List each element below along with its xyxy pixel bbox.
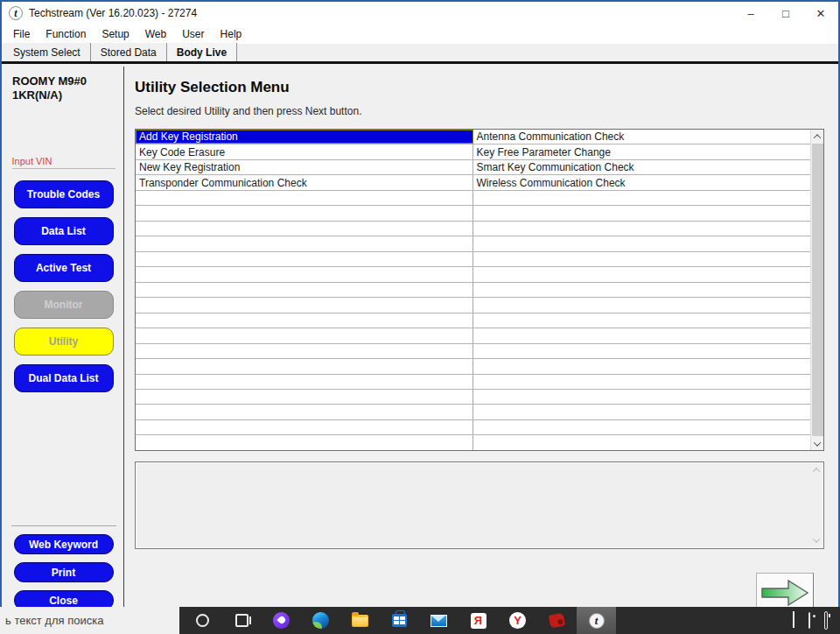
window-title: Techstream (Ver 16.20.023) - 27274	[29, 7, 197, 19]
utility-empty-cell	[473, 390, 811, 404]
maximize-button[interactable]: □	[768, 2, 803, 25]
tray-hardware[interactable]	[808, 613, 810, 629]
utility-scrollbar[interactable]	[810, 130, 823, 450]
utility-empty-cell	[473, 283, 811, 297]
menu-setup[interactable]: Setup	[94, 25, 136, 44]
utility-row	[136, 252, 810, 267]
utility-item-new-key-registration[interactable]: New Key Registration	[136, 160, 473, 174]
taskbar-icon-techstream[interactable]: t	[577, 607, 616, 634]
utility-empty-cell	[136, 206, 473, 220]
techstream-window: t Techstream (Ver 16.20.023) - 27274 – □…	[0, 0, 840, 634]
utility-item-smart-key-communication-check[interactable]: Smart Key Communication Check	[473, 160, 811, 174]
taskbar-icon-edge[interactable]	[301, 607, 340, 634]
utility-empty-cell	[136, 328, 473, 342]
utility-row	[136, 390, 810, 405]
close-window-button[interactable]: ✕	[803, 2, 838, 25]
task-view-icon	[235, 614, 248, 627]
sidebar-separator	[11, 525, 116, 526]
utility-row	[136, 359, 810, 374]
input-vin-link[interactable]: Input VIN	[12, 156, 116, 166]
sidebar-button-utility[interactable]: Utility	[14, 328, 114, 356]
utility-item-key-code-erasure[interactable]: Key Code Erasure	[136, 144, 473, 158]
minimize-button[interactable]: –	[733, 2, 768, 25]
page-subtitle: Select desired Utility and then press Ne…	[135, 105, 836, 117]
tabbar: System SelectStored DataBody Live	[2, 44, 838, 64]
sidebar-button-trouble-codes[interactable]: Trouble Codes	[14, 180, 114, 208]
yandex-app-icon: Я	[471, 613, 486, 629]
utility-empty-cell	[136, 375, 473, 389]
utility-row	[136, 420, 810, 435]
window-content: ROOMY M9#0 1KR(N/A) Input VIN Trouble Co…	[4, 67, 836, 632]
utility-empty-cell	[473, 375, 811, 389]
utility-row	[136, 191, 810, 206]
tab-body-live[interactable]: Body Live	[167, 43, 237, 61]
menu-help[interactable]: Help	[213, 25, 250, 44]
info-scroll-up-icon	[813, 468, 820, 475]
window-controls: – □ ✕	[733, 2, 838, 25]
info-scroll-down-icon	[813, 535, 820, 542]
utility-item-key-free-parameter-change[interactable]: Key Free Parameter Change	[473, 144, 811, 158]
next-arrow-icon	[760, 578, 810, 608]
taskbar-icon-store[interactable]	[380, 607, 419, 634]
taskbar-icon-cortana[interactable]	[183, 607, 222, 634]
taskbar-search-text: ь текст для поиска	[5, 614, 103, 627]
utility-item-wireless-communication-check[interactable]: Wireless Communication Check	[473, 175, 811, 189]
tab-system-select[interactable]: System Select	[4, 43, 91, 61]
utility-item-add-key-registration[interactable]: Add Key Registration	[136, 130, 473, 144]
taskbar-search[interactable]: ь текст для поиска	[0, 607, 179, 634]
screen: t Techstream (Ver 16.20.023) - 27274 – □…	[0, 0, 840, 634]
utility-empty-cell	[136, 236, 473, 250]
utility-row	[136, 298, 810, 313]
menu-web[interactable]: Web	[137, 25, 174, 44]
page-title: Utility Selection Menu	[135, 79, 836, 96]
tray-battery[interactable]	[824, 613, 828, 629]
utility-empty-cell	[473, 313, 811, 328]
store-icon	[392, 614, 407, 627]
menu-function[interactable]: Function	[38, 25, 94, 44]
taskbar-icon-alice[interactable]	[262, 607, 301, 634]
utility-empty-cell	[136, 283, 473, 297]
tray-hidden-icons[interactable]	[793, 613, 794, 629]
utility-empty-cell	[136, 359, 473, 373]
taskbar: ь текст для поиска ЯYt	[0, 607, 840, 634]
taskbar-icon-task-view[interactable]	[222, 607, 262, 634]
sidebar-button-web-keyword[interactable]: Web Keyword	[14, 534, 114, 554]
techstream-icon: t	[589, 613, 605, 629]
taskbar-icon-yandex-app[interactable]: Я	[458, 607, 498, 634]
utility-empty-cell	[473, 405, 811, 419]
alice-icon	[273, 612, 290, 629]
utility-empty-cell	[473, 435, 811, 449]
scroll-down-arrow-icon[interactable]	[811, 437, 823, 450]
sidebar-button-monitor: Monitor	[14, 291, 114, 319]
scroll-up-arrow-icon[interactable]	[811, 130, 823, 143]
taskbar-icon-mail[interactable]	[419, 607, 458, 634]
utility-item-antenna-communication-check[interactable]: Antenna Communication Check	[473, 130, 811, 144]
utility-row	[136, 313, 810, 328]
battery-icon	[824, 611, 828, 630]
utility-empty-cell	[136, 191, 473, 205]
menu-user[interactable]: User	[174, 25, 212, 44]
sidebar-button-print[interactable]: Print	[14, 562, 114, 582]
taskbar-icon-file-explorer[interactable]	[340, 607, 380, 634]
utility-row: Add Key RegistrationAntenna Communicatio…	[136, 130, 810, 144]
sidebar-button-active-test[interactable]: Active Test	[14, 254, 114, 282]
sidebar-button-dual-data-list[interactable]: Dual Data List	[14, 364, 114, 392]
utility-item-transponder-communication-check[interactable]: Transponder Communication Check	[136, 175, 473, 189]
utility-row	[136, 283, 810, 298]
taskbar-icon-red-tool[interactable]	[537, 607, 577, 634]
sidebar-button-data-list[interactable]: Data List	[14, 217, 114, 245]
scrollbar-thumb[interactable]	[812, 144, 823, 436]
utility-empty-cell	[136, 267, 473, 281]
utility-row: Transponder Communication CheckWireless …	[136, 175, 810, 190]
utility-empty-cell	[473, 420, 811, 434]
vehicle-info: ROOMY M9#0 1KR(N/A)	[4, 67, 123, 102]
info-textarea[interactable]	[135, 461, 824, 549]
cortana-icon	[196, 614, 209, 627]
taskbar-icon-yandex-browser[interactable]: Y	[498, 607, 537, 634]
tab-stored-data[interactable]: Stored Data	[91, 43, 167, 61]
system-tray	[793, 607, 840, 634]
utility-row	[136, 344, 810, 359]
hidden-icons-icon	[793, 611, 794, 628]
mail-icon	[430, 615, 447, 627]
menu-file[interactable]: File	[5, 25, 38, 44]
